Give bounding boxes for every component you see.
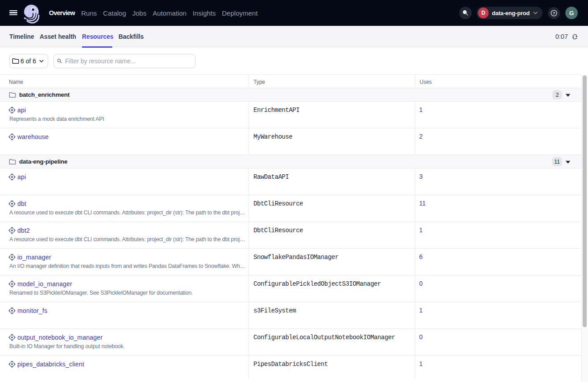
svg-text:?: ? xyxy=(553,11,555,15)
